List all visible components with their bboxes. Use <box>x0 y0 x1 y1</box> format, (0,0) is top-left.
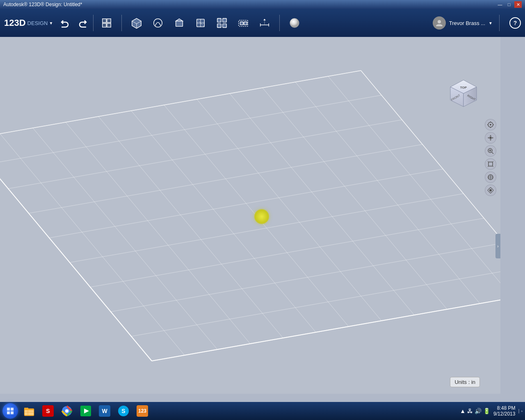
svg-marker-43 <box>492 137 493 139</box>
close-button[interactable]: ✕ <box>514 1 522 8</box>
minimize-button[interactable]: — <box>496 1 504 8</box>
user-avatar <box>433 16 446 30</box>
tray-battery-icon[interactable]: 🔋 <box>483 408 490 414</box>
svg-rect-16 <box>223 18 226 22</box>
app-logo[interactable]: 123D DESIGN ▼ <box>4 18 53 27</box>
svg-text:S: S <box>121 408 125 414</box>
sketch-tool[interactable] <box>148 12 168 34</box>
start-button[interactable] <box>2 403 18 419</box>
system-tray: ▲ 🖧 🔊 🔋 <box>460 408 490 414</box>
taskbar-date: 9/12/2013 <box>493 411 515 417</box>
zoom-button[interactable] <box>485 145 496 157</box>
grid-snap-tool[interactable] <box>97 12 116 34</box>
logo-dropdown-icon[interactable]: ▼ <box>49 21 53 25</box>
3d-viewport[interactable]: TOP FRONT RIGHT <box>0 37 500 394</box>
svg-point-39 <box>489 137 492 139</box>
group-tool[interactable] <box>233 12 253 34</box>
svg-rect-0 <box>103 19 106 23</box>
taskbar-solidworks[interactable]: S <box>39 403 57 419</box>
show-desktop-icon[interactable]: ▫ <box>518 409 523 413</box>
svg-point-34 <box>490 124 491 126</box>
logo-design: DESIGN <box>27 20 48 26</box>
user-name-label: Trevor Brass ... <box>449 20 485 26</box>
undo-button[interactable] <box>58 16 73 30</box>
grid-canvas <box>0 37 500 394</box>
navigation-controls <box>485 119 496 196</box>
redo-button[interactable] <box>75 16 90 30</box>
view-cube[interactable]: TOP FRONT RIGHT <box>447 78 480 111</box>
taskbar-media-player[interactable] <box>77 403 94 419</box>
user-area: Trevor Brass ... ▼ ? <box>433 15 521 31</box>
taskbar-explorer[interactable] <box>21 403 38 419</box>
toolbar-divider-4 <box>499 15 500 31</box>
svg-rect-60 <box>11 411 14 414</box>
svg-rect-59 <box>7 411 10 414</box>
svg-rect-17 <box>217 24 221 27</box>
perspective-button[interactable] <box>485 171 496 183</box>
measure-tool[interactable] <box>255 12 274 34</box>
taskbar-right-area: ▲ 🖧 🔊 🔋 8:48 PM 9/12/2013 ▫ <box>460 405 523 417</box>
taskbar-time: 8:48 PM <box>493 405 515 411</box>
clock-area[interactable]: 8:48 PM 9/12/2013 <box>493 405 515 417</box>
svg-point-8 <box>154 19 162 27</box>
svg-line-45 <box>492 152 493 154</box>
tray-arrow-icon[interactable]: ▲ <box>460 408 466 414</box>
units-badge[interactable]: Units : in <box>450 377 480 387</box>
cursor-indicator <box>254 209 269 224</box>
window-title: Autodesk® 123D® Design: Untitled* <box>3 2 82 7</box>
svg-rect-2 <box>103 23 106 27</box>
toolbar-divider-3 <box>279 15 280 31</box>
svg-rect-3 <box>107 23 111 27</box>
pan-button[interactable] <box>485 132 496 144</box>
svg-point-29 <box>438 20 441 23</box>
svg-marker-26 <box>264 19 266 21</box>
svg-rect-63 <box>25 410 34 415</box>
svg-marker-10 <box>176 19 183 21</box>
svg-point-56 <box>489 189 492 192</box>
svg-rect-18 <box>223 24 226 27</box>
undo-redo-group <box>58 16 90 30</box>
tray-network-icon[interactable]: 🖧 <box>467 408 473 414</box>
fit-button[interactable] <box>485 158 496 170</box>
view-options-button[interactable] <box>485 185 496 196</box>
svg-rect-9 <box>176 21 183 26</box>
orbit-button[interactable] <box>485 119 496 130</box>
svg-marker-40 <box>490 135 491 136</box>
cube-top-label: TOP <box>460 86 467 89</box>
tray-volume-icon[interactable]: 🔊 <box>475 408 482 414</box>
toolbar-divider-1 <box>93 15 94 31</box>
svg-marker-42 <box>488 137 489 139</box>
main-toolbar: 123D DESIGN ▼ <box>0 9 525 37</box>
svg-rect-15 <box>217 18 221 22</box>
taskbar-123d[interactable]: 123 <box>134 403 151 419</box>
svg-rect-20 <box>240 22 243 25</box>
taskbar: S W <box>0 402 525 420</box>
taskbar-word[interactable]: W <box>96 403 113 419</box>
pattern-tool[interactable] <box>212 12 232 34</box>
toolbar-divider-2 <box>121 15 122 31</box>
material-tool[interactable] <box>285 12 304 34</box>
modify-tool[interactable] <box>191 12 210 34</box>
panel-toggle-button[interactable]: › <box>495 234 500 258</box>
svg-rect-21 <box>244 22 247 25</box>
svg-rect-62 <box>24 408 28 409</box>
maximize-button[interactable]: □ <box>505 1 513 8</box>
user-dropdown-icon[interactable]: ▼ <box>488 21 493 25</box>
svg-marker-41 <box>490 139 491 141</box>
taskbar-skype[interactable]: S <box>115 403 132 419</box>
logo-123d: 123D <box>4 18 26 27</box>
svg-rect-58 <box>11 408 14 411</box>
help-button[interactable]: ? <box>509 17 521 29</box>
svg-rect-57 <box>7 408 10 411</box>
title-bar: Autodesk® 123D® Design: Untitled* — □ ✕ <box>0 0 525 9</box>
tool-groups <box>97 12 432 34</box>
svg-point-28 <box>290 18 299 27</box>
window-controls: — □ ✕ <box>496 1 522 8</box>
taskbar-chrome[interactable] <box>58 403 75 419</box>
svg-rect-48 <box>488 162 493 166</box>
svg-rect-1 <box>107 19 111 23</box>
svg-point-69 <box>65 409 68 413</box>
construct-tool[interactable] <box>169 12 189 34</box>
primitives-tool[interactable] <box>127 12 146 34</box>
